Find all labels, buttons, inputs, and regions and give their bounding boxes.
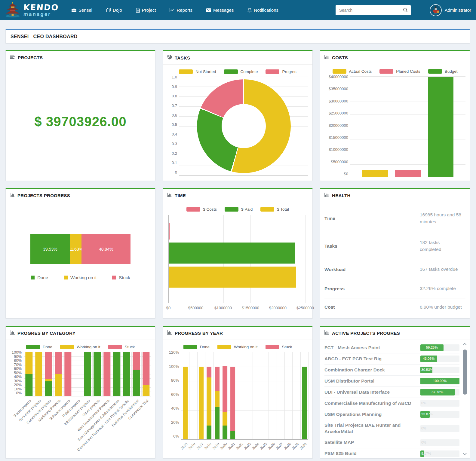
y-tick-label: 20% — [167, 420, 179, 424]
bar-actual-costs — [362, 170, 388, 177]
legend-item[interactable]: Stuck — [112, 275, 130, 280]
brand-logo[interactable]: KENDO manager — [4, 2, 63, 19]
legend-item[interactable]: $ Total — [260, 207, 289, 212]
legend-item[interactable]: $ Paid — [225, 207, 253, 212]
project-row[interactable]: Site Trial Projetcs BAE Hunter and Arcel… — [324, 420, 459, 437]
legend-item[interactable]: Done — [26, 345, 52, 349]
y-tick-label: 40% — [10, 375, 22, 379]
project-name: Site Trial Projetcs BAE Hunter and Arcel… — [324, 422, 420, 435]
y-tick-label: 0 — [167, 170, 177, 174]
nav-item-dojo[interactable]: Dojo — [106, 8, 122, 13]
column-2015 — [183, 367, 188, 440]
user-name: Administrator — [445, 8, 471, 13]
project-progress-bar: 30.53%30.53% — [420, 367, 459, 373]
column-business-development — [133, 352, 140, 396]
category-stacked-chart: DoneWorking on itStuck100%90%80%70%60%50… — [6, 340, 155, 458]
project-progress-bar: 43.08%43.08% — [420, 356, 459, 362]
legend-item[interactable]: Planed Costs — [379, 69, 420, 74]
column-marketing-projects — [55, 352, 62, 396]
column-web-development-projects — [103, 352, 110, 396]
project-progress-bar: 9.17%9.17% — [420, 450, 459, 457]
bar-chart-icon — [324, 55, 329, 60]
time-plot — [168, 215, 305, 303]
y-tick-label: 0.6 — [167, 113, 177, 117]
scroll-up-icon[interactable] — [463, 343, 467, 347]
brand-title: KENDO — [23, 3, 59, 11]
costs-bar-chart: Actual CostsPlaned CostsBudget$40000000$… — [320, 64, 470, 180]
main-nav: Sensei Dojo Project Reports Messages Not… — [72, 8, 278, 13]
search-box — [336, 5, 411, 15]
project-row[interactable]: USM Operations Planning23.87%23.87% — [324, 409, 459, 420]
legend-item[interactable]: Done — [183, 345, 210, 349]
project-row[interactable]: PSM 825 Build9.17%9.17% — [324, 448, 459, 459]
y-tick-label: 70% — [10, 362, 22, 366]
project-row[interactable]: ABCD - FCT PCB Test Rig43.08%43.08% — [324, 353, 459, 365]
segment-done: 39.53% — [30, 234, 70, 264]
legend-label: Done — [200, 345, 210, 349]
y-tick-label: 10% — [10, 387, 22, 391]
project-progress-bar: 0% — [420, 439, 459, 446]
scrollbar-thumb[interactable] — [463, 350, 467, 395]
progress-fill: 43.08% — [420, 356, 437, 362]
year-plot — [181, 352, 308, 440]
progress-fill: 100.00% — [420, 378, 459, 384]
project-row[interactable]: Satellite MAP0% — [324, 437, 459, 448]
x-axis: $0$500000$1000000$1500000$2000000$250000… — [168, 303, 305, 311]
panel-title: PROGRES BY CATEGORY — [17, 331, 75, 336]
bar-chart-icon — [324, 330, 329, 336]
legend-label: Not Started — [195, 69, 216, 74]
panel-time-header: TIME — [163, 189, 312, 202]
legend-item[interactable]: Working on it — [64, 275, 97, 280]
nav-item-reports[interactable]: Reports — [170, 8, 192, 13]
legend-item[interactable]: Budget — [428, 69, 458, 74]
legend-item[interactable]: Not Started — [179, 69, 216, 74]
project-row[interactable]: UDI - Universal Data Interface87.78%87.7… — [324, 387, 459, 398]
x-tick-label: $1500000 — [242, 306, 259, 310]
x-axis: 2015201620172018201920202021202220232024… — [181, 440, 308, 459]
panel-tasks-header: TASKS — [163, 51, 312, 65]
legend-item[interactable]: Complete — [224, 69, 258, 74]
project-row[interactable]: FCT - Mesh Access Point59.25%59.25% — [324, 342, 459, 353]
project-name: Combination Charger Dock — [324, 367, 420, 373]
brand-subtitle: manager — [23, 12, 59, 17]
nav-divider — [423, 2, 423, 18]
x-tick-label: $500000 — [188, 306, 204, 310]
legend-label: Planed Costs — [396, 69, 420, 74]
y-tick-label: 80% — [167, 378, 179, 382]
scroll-down-icon[interactable] — [463, 451, 467, 455]
chart-legend: DoneWorking on itStuck — [167, 343, 308, 351]
legend-label: Complete — [241, 69, 258, 74]
legend-item[interactable]: Actual Costs — [333, 69, 372, 74]
nav-item-sensei[interactable]: Sensei — [72, 8, 92, 13]
tasks-donut-chart: Not StartedCompleteProgres1.00.90.80.70.… — [163, 65, 312, 181]
chart-legend: Actual CostsPlaned CostsBudget — [324, 67, 465, 75]
nav-item-project[interactable]: Project — [136, 8, 156, 13]
project-name: ABCD - FCT PCB Test Rig — [324, 356, 420, 362]
legend-item[interactable]: Done — [31, 275, 48, 280]
legend-item[interactable]: $ Costs — [186, 207, 217, 212]
legend-item[interactable]: Progres — [266, 69, 296, 74]
search-input[interactable] — [336, 5, 411, 15]
column-commercial-projects — [45, 352, 52, 396]
project-row[interactable]: Commercialise Manufacturing of ABCD0% — [324, 398, 459, 409]
legend-item[interactable]: Working on it — [217, 345, 258, 349]
health-row: Tasks182 tasks completed — [324, 232, 465, 260]
nav-item-messages[interactable]: Messages — [206, 8, 234, 13]
y-tick-label: 20% — [10, 383, 22, 387]
legend-item[interactable]: Working on it — [60, 345, 100, 349]
legend-item[interactable]: Stuck — [266, 345, 292, 349]
bar-chart-icon — [167, 193, 172, 198]
project-row[interactable]: USM Distributor Portal100.00%100.00% — [324, 376, 459, 387]
x-tick-label: 2028 — [283, 442, 292, 450]
y-tick-label: 0% — [167, 434, 179, 438]
y-tick-label: 50% — [10, 371, 22, 374]
project-row[interactable]: Combination Charger Dock30.53%30.53% — [324, 365, 459, 376]
y-tick-label: 0.4 — [167, 132, 177, 136]
nav-item-notifications[interactable]: Notifications — [247, 8, 278, 13]
x-tick-label: 2022 — [235, 442, 244, 450]
tasks-donut — [197, 79, 291, 173]
avatar — [430, 4, 442, 16]
user-menu[interactable]: Administrator — [430, 4, 472, 16]
legend-item[interactable]: Stuck — [108, 345, 135, 349]
search-icon[interactable] — [403, 8, 408, 14]
